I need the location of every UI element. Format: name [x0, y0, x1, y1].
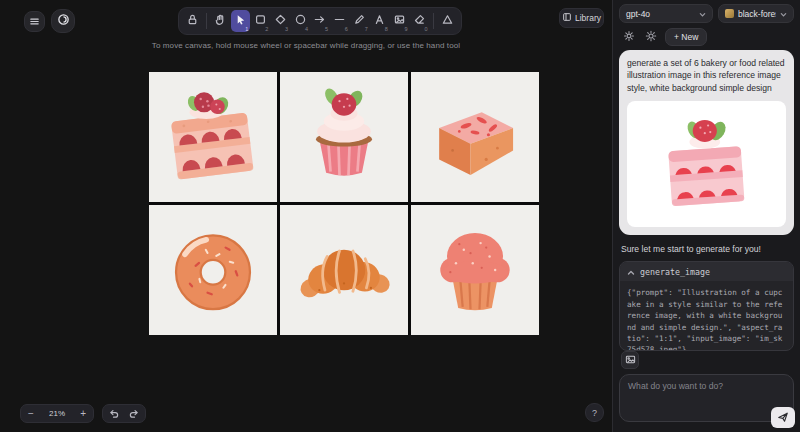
generated-image-grid	[149, 72, 539, 335]
tool-call-name: generate_image	[640, 267, 710, 277]
provider-name: black-forest-lab	[738, 9, 776, 19]
send-icon	[777, 409, 789, 427]
app-logo-icon	[57, 12, 70, 30]
selection-tool-button[interactable]: 1	[231, 10, 250, 32]
undo-button[interactable]	[108, 405, 119, 423]
model-selector-dropdown[interactable]: gpt-4o	[619, 4, 713, 23]
hamburger-icon	[29, 13, 40, 31]
canvas-hint-text: To move canvas, hold mouse wheel or spac…	[0, 41, 612, 50]
hand-icon	[214, 12, 227, 30]
library-icon	[562, 12, 572, 24]
hand-tool-button[interactable]	[211, 10, 230, 32]
theme-toggle-button[interactable]	[643, 29, 659, 45]
gear-icon	[623, 28, 635, 46]
tool-key-label: 4	[305, 26, 308, 32]
attach-image-button[interactable]	[621, 351, 639, 369]
tool-call-arguments: {"prompt": "Illustration of a cupcake in…	[620, 281, 793, 351]
assistant-message-text: Sure let me start to generate for you!	[621, 244, 792, 254]
tool-call-header[interactable]: generate_image	[620, 262, 793, 281]
shapes-icon	[441, 12, 454, 30]
tool-call-card: generate_image {"prompt": "Illustration …	[619, 261, 794, 351]
canvas-image-strawberry-loaf-cake[interactable]	[411, 72, 539, 202]
lock-icon	[186, 12, 199, 30]
composer	[619, 351, 794, 426]
sun-icon	[645, 28, 657, 46]
tool-key-label: 7	[365, 26, 368, 32]
tool-key-label: 9	[405, 26, 408, 32]
image-tool-button[interactable]: 9	[390, 10, 409, 32]
diamond-tool-button[interactable]: 3	[271, 10, 290, 32]
library-button[interactable]: Library	[559, 8, 604, 28]
zoom-level[interactable]: 21%	[49, 409, 65, 418]
tool-key-label: 3	[285, 26, 288, 32]
tool-key-label: 1	[245, 26, 248, 32]
user-message-bubble: generate a set of 6 bakery or food relat…	[619, 50, 794, 235]
chevron-up-icon	[627, 263, 635, 281]
app-logo-button[interactable]	[51, 9, 75, 33]
redo-button[interactable]	[129, 405, 140, 423]
drawing-toolbar: 1 2 3 4 5 6 7	[178, 7, 462, 35]
user-message-text: generate a set of 6 bakery or food relat…	[627, 57, 786, 94]
chat-input[interactable]	[619, 374, 794, 422]
zoom-out-button[interactable]: −	[28, 409, 34, 419]
reference-cake-illustration	[652, 109, 762, 219]
provider-selector-dropdown[interactable]: black-forest-lab	[718, 4, 794, 23]
canvas-image-croissant[interactable]	[280, 205, 408, 335]
arrow-tool-button[interactable]: 5	[311, 10, 330, 32]
canvas-image-sprinkled-donut[interactable]	[149, 205, 277, 335]
model-selector-row: gpt-4o black-forest-lab	[619, 4, 794, 23]
canvas-area[interactable]: 1 2 3 4 5 6 7	[0, 0, 612, 432]
eraser-tool-button[interactable]: 0	[410, 10, 429, 32]
line-tool-button[interactable]: 6	[330, 10, 349, 32]
send-button[interactable]	[771, 407, 795, 428]
tool-key-label: 2	[265, 26, 268, 32]
zoom-in-button[interactable]: +	[80, 409, 86, 419]
settings-button[interactable]	[621, 29, 637, 45]
lock-tool-button[interactable]	[183, 10, 202, 32]
menu-button[interactable]	[24, 11, 45, 32]
more-shapes-button[interactable]	[438, 10, 457, 32]
chat-panel: gpt-4o black-forest-lab + New	[612, 0, 800, 432]
tool-key-label: 0	[425, 26, 428, 32]
app-window: 1 2 3 4 5 6 7	[0, 0, 800, 432]
draw-tool-button[interactable]: 7	[350, 10, 369, 32]
ellipse-tool-button[interactable]: 4	[291, 10, 310, 32]
new-chat-button[interactable]: + New	[665, 28, 707, 46]
library-label: Library	[575, 13, 601, 23]
flux-logo-icon	[725, 9, 734, 18]
tool-key-label: 8	[385, 26, 388, 32]
tool-key-label: 5	[325, 26, 328, 32]
model-name: gpt-4o	[626, 9, 650, 19]
canvas-image-berry-muffin[interactable]	[411, 205, 539, 335]
chevron-down-icon	[699, 10, 706, 17]
attach-image-icon	[625, 351, 636, 369]
canvas-image-strawberry-cake-slice[interactable]	[149, 72, 277, 202]
toolbar-separator	[433, 13, 434, 29]
chevron-down-icon	[780, 10, 787, 17]
history-control	[102, 404, 146, 423]
reference-image-attachment[interactable]	[627, 101, 786, 227]
tool-key-label: 6	[345, 26, 348, 32]
text-tool-button[interactable]: 8	[370, 10, 389, 32]
rectangle-tool-button[interactable]: 2	[251, 10, 270, 32]
zoom-control: − 21% +	[20, 404, 94, 423]
toolbar-separator	[206, 13, 207, 29]
help-button[interactable]: ?	[585, 403, 604, 422]
chat-actions-row: + New	[621, 28, 794, 46]
canvas-image-strawberry-cupcake[interactable]	[280, 72, 408, 202]
